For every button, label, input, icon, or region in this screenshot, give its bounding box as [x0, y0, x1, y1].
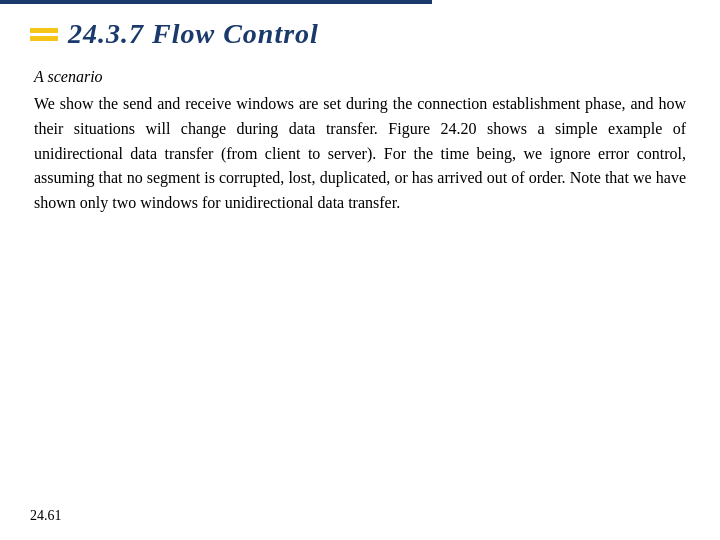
title-decoration	[30, 28, 58, 41]
slide-container: 24.3.7 Flow Control A scenario We show t…	[0, 0, 720, 540]
body-text: We show the send and receive windows are…	[34, 92, 686, 216]
page-number: 24.61	[30, 508, 62, 524]
top-border	[0, 0, 720, 4]
deco-line-bottom	[30, 36, 58, 41]
slide-header: 24.3.7 Flow Control	[30, 18, 690, 50]
scenario-label: A scenario	[34, 68, 686, 86]
page-title: 24.3.7 Flow Control	[68, 18, 319, 50]
content-area: A scenario We show the send and receive …	[30, 68, 690, 216]
deco-line-top	[30, 28, 58, 33]
